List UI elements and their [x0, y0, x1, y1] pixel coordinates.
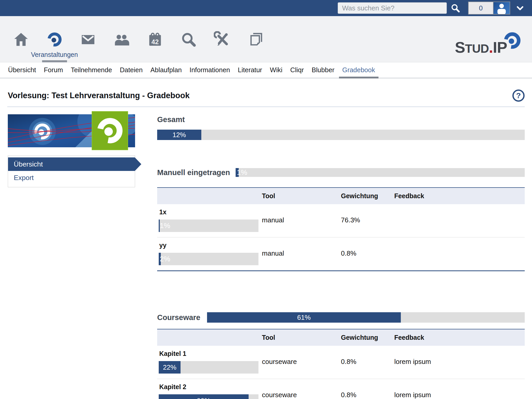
table-row: 1x 1% manual 76.3%: [157, 204, 525, 237]
courseware-heading: Courseware: [157, 313, 200, 322]
pages-button[interactable]: [239, 31, 272, 48]
row-feedback: [394, 237, 525, 271]
table-row: Kapitel 2 90% courseware 0.8% lorem ipsu…: [157, 379, 525, 399]
row-tool: manual: [262, 237, 341, 271]
courseware-progress-label: 61%: [207, 314, 401, 322]
courseware-grades-table: Tool Gewichtung Feedback Kapitel 1 22%: [157, 329, 525, 399]
studip-swirl-icon: [502, 31, 522, 51]
tab-forum[interactable]: Forum: [40, 62, 67, 78]
col-gewichtung: Gewichtung: [341, 329, 394, 346]
sidebar-item-export[interactable]: Export: [8, 171, 135, 184]
tab-teilnehmende[interactable]: Teilnehmende: [67, 62, 116, 78]
row-progressbar: 2%: [159, 253, 258, 265]
gesamt-progressbar: 12%: [157, 130, 525, 140]
help-icon[interactable]: ?: [512, 89, 525, 102]
chevron-down-icon[interactable]: [516, 5, 524, 11]
tab-informationen[interactable]: Informationen: [186, 62, 234, 78]
row-weight: 0.8%: [341, 346, 394, 379]
table-header-row: Tool Gewichtung Feedback: [157, 188, 525, 204]
row-feedback: lorem ipsum: [394, 346, 525, 379]
manuell-progress-label: 1%: [237, 168, 247, 177]
row-tool: courseware: [262, 379, 341, 399]
row-tool: courseware: [262, 346, 341, 379]
row-feedback: lorem ipsum: [394, 379, 525, 399]
top-bar: 0: [0, 0, 532, 16]
home-button[interactable]: [4, 31, 38, 48]
row-tool: manual: [262, 204, 341, 237]
table-row: yy 2% manual 0.8%: [157, 237, 525, 271]
schedule-button[interactable]: 42: [138, 31, 172, 48]
manuell-heading: Manuell eingetragen: [157, 168, 230, 177]
user-widget: 0: [468, 2, 510, 15]
course-tab-bar: Übersicht Forum Teilnehmende Dateien Abl…: [0, 62, 532, 78]
tab-blubber[interactable]: Blubber: [308, 62, 338, 78]
col-tool: Tool: [262, 188, 341, 204]
courseware-progressbar: 61%: [207, 312, 525, 323]
messages-button[interactable]: [71, 31, 105, 48]
svg-text:42: 42: [151, 38, 159, 45]
col-feedback: Feedback: [394, 329, 525, 346]
gesamt-heading: Gesamt: [157, 115, 525, 124]
manual-grades-table: Tool Gewichtung Feedback 1x 1%: [157, 187, 525, 271]
sidebar: Übersicht Export: [8, 111, 135, 399]
table-row: Kapitel 1 22% courseware 0.8% lorem ipsu…: [157, 346, 525, 379]
sidebar-item-uebersicht[interactable]: Übersicht: [8, 157, 135, 171]
row-weight: 76.3%: [341, 204, 394, 237]
row-name: 1x: [159, 208, 262, 216]
active-tab-underline: [339, 77, 378, 78]
global-search-button[interactable]: [172, 31, 205, 48]
tab-dateien[interactable]: Dateien: [116, 62, 147, 78]
manuell-progressbar: 1%: [236, 168, 525, 177]
tab-cliqr[interactable]: Cliqr: [286, 62, 308, 78]
gradebook-content: Gesamt 12% Manuell eingetragen 1%: [157, 111, 525, 399]
search-input[interactable]: [338, 2, 447, 14]
page-title: Vorlesung: Test Lehrveranstaltung - Grad…: [8, 91, 190, 100]
table-header-row: Tool Gewichtung Feedback: [157, 329, 525, 346]
row-progressbar: 22%: [159, 361, 258, 374]
tab-wiki[interactable]: Wiki: [266, 62, 286, 78]
search-icon[interactable]: [450, 3, 460, 13]
row-weight: 0.8%: [341, 379, 394, 399]
gesamt-progress-label: 12%: [157, 131, 201, 139]
col-feedback: Feedback: [394, 188, 525, 204]
col-tool: Tool: [262, 329, 341, 346]
community-button[interactable]: [105, 31, 138, 48]
tab-literatur[interactable]: Literatur: [234, 62, 266, 78]
row-weight: 0.8%: [341, 237, 394, 271]
row-name: Kapitel 1: [159, 350, 262, 357]
row-progressbar: 90%: [159, 394, 258, 399]
avatar[interactable]: [494, 2, 510, 14]
tab-uebersicht[interactable]: Übersicht: [4, 62, 40, 78]
main-icon-toolbar: Veranstaltungen 42: [0, 16, 532, 62]
tools-button[interactable]: [205, 31, 239, 48]
tab-gradebook[interactable]: Gradebook: [338, 62, 379, 78]
course-avatar-tile: [92, 111, 128, 150]
sidebar-menu: Übersicht Export: [8, 155, 135, 187]
row-name: yy: [159, 242, 262, 249]
logo-text: S: [455, 38, 465, 56]
active-nav-underline: [42, 60, 67, 62]
notification-counter[interactable]: 0: [469, 2, 494, 14]
courses-button-active[interactable]: Veranstaltungen: [38, 31, 71, 62]
row-progressbar: 1%: [159, 220, 258, 232]
courses-label: Veranstaltungen: [31, 51, 78, 58]
studip-gradebook-page: 0 Veranstaltungen: [0, 0, 532, 399]
col-gewichtung: Gewichtung: [341, 188, 394, 204]
row-name: Kapitel 2: [159, 383, 262, 391]
row-feedback: [394, 204, 525, 237]
tab-ablaufplan[interactable]: Ablaufplan: [147, 62, 186, 78]
studip-logo: STUD.IP: [455, 38, 507, 56]
svg-text:?: ?: [516, 91, 521, 100]
